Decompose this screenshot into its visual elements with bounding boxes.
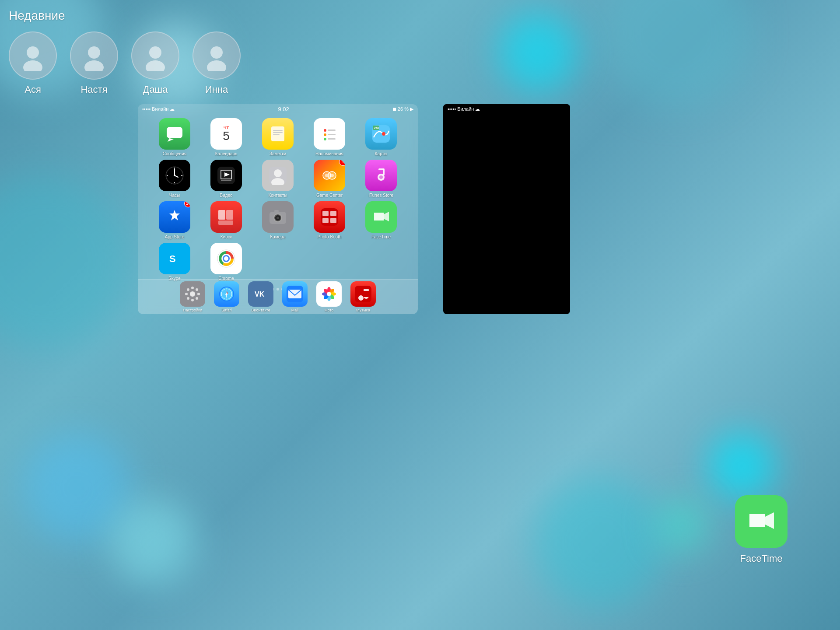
contact-item-nastya[interactable]: Настя bbox=[70, 32, 118, 95]
messages-label: Сообщения bbox=[163, 151, 186, 156]
svg-rect-10 bbox=[271, 126, 284, 141]
svg-rect-18 bbox=[328, 134, 336, 135]
svg-rect-20 bbox=[328, 138, 336, 140]
app-contacts[interactable]: Контакты bbox=[254, 160, 301, 198]
svg-point-102 bbox=[327, 292, 331, 296]
svg-rect-47 bbox=[383, 169, 385, 175]
dock-photos[interactable]: Фото bbox=[316, 281, 342, 312]
dock-settings[interactable]: Настройки bbox=[180, 281, 205, 312]
app-maps[interactable]: 260 Карты bbox=[357, 118, 405, 156]
dock-music-label: Музыка bbox=[356, 308, 370, 312]
contacts-icon bbox=[262, 160, 294, 191]
app-kiosk[interactable]: Киоск bbox=[203, 201, 250, 239]
dock-music-icon bbox=[350, 281, 376, 307]
svg-point-79 bbox=[196, 288, 198, 291]
svg-point-70 bbox=[224, 256, 228, 261]
svg-marker-109 bbox=[765, 512, 774, 529]
contact-item-asya[interactable]: Ася bbox=[9, 32, 57, 95]
svg-point-6 bbox=[210, 46, 223, 59]
time-display: 9:02 bbox=[278, 106, 289, 112]
appstore-label: App Store bbox=[165, 234, 184, 239]
dock-mail-icon bbox=[282, 281, 308, 307]
facetime-large-icon[interactable]: FaceTime bbox=[735, 495, 788, 564]
carrier-left: ••••• Билайн ☁ bbox=[142, 106, 175, 112]
messages-icon bbox=[159, 118, 190, 150]
svg-rect-62 bbox=[330, 218, 336, 223]
status-bar-secondary: ••••• Билайн ☁ bbox=[443, 104, 570, 114]
app-clock[interactable]: Часы bbox=[151, 160, 198, 198]
app-itunes[interactable]: iTunes Store bbox=[357, 160, 405, 198]
video-icon bbox=[210, 160, 242, 191]
avatar-nastya bbox=[70, 32, 118, 80]
dock-vk[interactable]: VK ВКонтакте bbox=[248, 281, 273, 312]
svg-point-44 bbox=[330, 174, 334, 177]
carrier-secondary: ••••• Билайн ☁ bbox=[448, 106, 480, 112]
svg-point-76 bbox=[197, 293, 200, 295]
dock: Настройки Safari bbox=[138, 279, 418, 314]
app-reminders[interactable]: Напоминания bbox=[306, 118, 353, 156]
iphone-card-secondary: ••••• Билайн ☁ bbox=[443, 104, 570, 314]
svg-rect-12 bbox=[273, 132, 283, 133]
contact-name-inna: Инна bbox=[205, 84, 228, 95]
recent-contacts: Ася Настя Даша bbox=[9, 32, 241, 95]
svg-point-39 bbox=[274, 169, 282, 177]
kiosk-icon bbox=[210, 201, 242, 233]
battery-status: ◼ 26 % ▶ bbox=[392, 106, 413, 112]
app-video[interactable]: Видео bbox=[203, 160, 250, 198]
camera-icon bbox=[262, 201, 294, 233]
svg-point-0 bbox=[27, 46, 39, 59]
dock-safari[interactable]: Safari bbox=[214, 281, 239, 312]
chrome-icon bbox=[210, 243, 242, 274]
dock-vk-label: ВКонтакте bbox=[251, 308, 270, 312]
svg-point-80 bbox=[187, 297, 189, 300]
app-skype[interactable]: S Skype bbox=[151, 243, 198, 281]
svg-point-73 bbox=[191, 287, 194, 289]
svg-point-15 bbox=[324, 129, 326, 132]
camera-label: Камера bbox=[270, 234, 286, 239]
contacts-label: Контакты bbox=[268, 193, 287, 198]
recent-label: Недавние bbox=[9, 9, 241, 23]
app-photobooth[interactable]: Photo Booth bbox=[306, 201, 353, 239]
appstore-icon: 14 bbox=[159, 201, 190, 233]
itunes-icon bbox=[365, 160, 397, 191]
svg-point-24 bbox=[382, 132, 385, 136]
recent-section: Недавние Ася Настя bbox=[9, 9, 241, 95]
calendar-icon: ЧТ 5 bbox=[210, 118, 242, 150]
contact-item-dasha[interactable]: Даша bbox=[131, 32, 179, 95]
app-grid: Сообщения ЧТ 5 Календарь Замет bbox=[138, 114, 418, 285]
photobooth-icon bbox=[314, 201, 345, 233]
svg-point-78 bbox=[196, 297, 198, 300]
svg-point-56 bbox=[276, 217, 279, 219]
svg-point-74 bbox=[191, 299, 194, 301]
app-chrome[interactable]: Chrome bbox=[203, 243, 250, 281]
itunes-label: iTunes Store bbox=[369, 193, 393, 198]
dock-settings-label: Настройки bbox=[183, 308, 202, 312]
app-notes[interactable]: Заметки bbox=[254, 118, 301, 156]
svg-text:S: S bbox=[169, 253, 176, 264]
dock-photos-icon bbox=[316, 281, 342, 307]
contact-item-inna[interactable]: Инна bbox=[192, 32, 241, 95]
notes-icon bbox=[262, 118, 294, 150]
facetime-large-label: FaceTime bbox=[740, 553, 783, 564]
dock-mail[interactable]: Mail bbox=[282, 281, 308, 312]
app-facetime[interactable]: FaceTime bbox=[357, 201, 405, 239]
reminders-label: Напоминания bbox=[315, 151, 343, 156]
dock-music[interactable]: Музыка bbox=[350, 281, 376, 312]
app-camera[interactable]: Камера bbox=[254, 201, 301, 239]
svg-point-5 bbox=[146, 60, 165, 71]
avatar-asya bbox=[9, 32, 57, 80]
dock-settings-icon bbox=[180, 281, 205, 307]
maps-label: Карты bbox=[375, 151, 388, 156]
app-appstore[interactable]: 14 App Store bbox=[151, 201, 198, 239]
svg-rect-11 bbox=[273, 130, 283, 131]
svg-point-19 bbox=[324, 138, 326, 140]
calendar-label: Календарь bbox=[215, 151, 237, 156]
app-gamecenter[interactable]: 1 Game Center bbox=[306, 160, 353, 198]
facetime-label-grid: FaceTime bbox=[371, 234, 391, 239]
app-calendar[interactable]: ЧТ 5 Календарь bbox=[203, 118, 250, 156]
svg-rect-16 bbox=[328, 130, 336, 131]
app-messages[interactable]: Сообщения bbox=[151, 118, 198, 156]
svg-point-72 bbox=[190, 291, 195, 297]
facetime-icon bbox=[365, 201, 397, 233]
svg-rect-57 bbox=[274, 210, 279, 212]
